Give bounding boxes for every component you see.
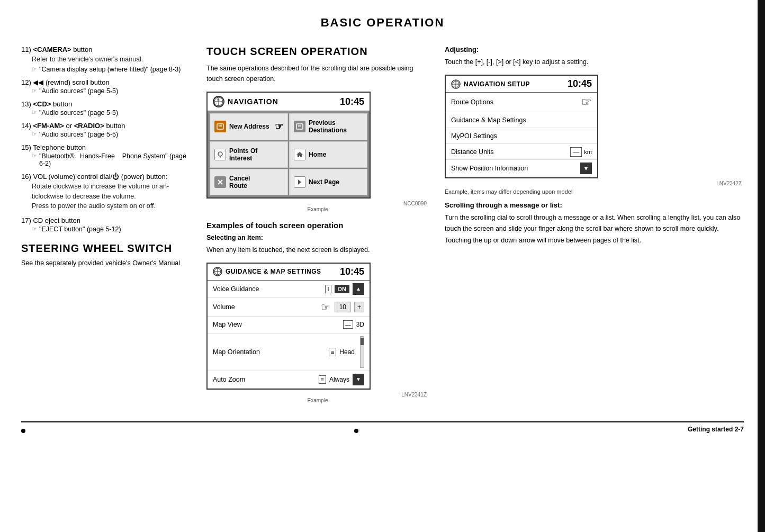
touch-screen-desc: The same operations described for the sc… (206, 63, 429, 84)
new-address-icon (214, 121, 226, 132)
item-11-ref-text: "Camera display setup (where fitted)" (p… (39, 66, 181, 73)
item-13-ref: ☞ "Audio sources" (page 5-5) (21, 109, 191, 116)
scrolling-body: Turn the scrolling dial to scroll throug… (445, 212, 744, 246)
guidance-row-autozoom: Auto Zoom ≡ Always ▼ (208, 371, 370, 389)
steering-body: See the separately provided vehicle's Ow… (21, 258, 191, 268)
nav-caption: Example (206, 206, 429, 212)
autozoom-dash-icon: ≡ (319, 375, 326, 384)
item-12-label: (rewind) scroll button (43, 78, 109, 86)
voice-on-badge: ON (335, 285, 350, 293)
navsetup-row-position: Show Position Information ▼ (446, 160, 597, 177)
guidance-time: 10:45 (340, 266, 364, 277)
scrollbar-mini (360, 336, 364, 368)
cancel-route-icon (214, 176, 226, 188)
home-icon (294, 149, 305, 160)
scroll-up-arrow[interactable]: ▲ (353, 283, 364, 295)
footer-dot-middle (354, 429, 358, 433)
scrollbar-thumb (361, 338, 364, 345)
item-12-icon: ◀◀ (33, 78, 43, 86)
navsetup-mypoi-label: MyPOI Settings (451, 132, 592, 140)
nav-header-left: N NAVIGATION (213, 96, 278, 107)
nav-btn-cancel-route[interactable]: CancelRoute (210, 169, 288, 195)
item-14-connector: or (64, 122, 74, 130)
guidance-row-voice: Voice Guidance I ON ▲ (208, 281, 370, 298)
nav-btn-home[interactable]: Home (289, 141, 367, 168)
guidance-header: GUIDANCE & MAP SETTINGS 10:45 (208, 264, 370, 281)
item-17-ref: ☞ "EJECT button" (page 5-12) (21, 226, 191, 233)
item-13: 13) <CD> button ☞ "Audio sources" (page … (21, 100, 191, 116)
page-footer: Getting started 2-7 (21, 421, 744, 433)
footer-dot-left (21, 429, 25, 433)
examples-title: Examples of touch screen operation (206, 221, 429, 230)
item-16: 16) VOL (volume) control dial/⏻ (power) … (21, 173, 191, 211)
guidance-caption: Example (206, 398, 429, 403)
navsetup-row-distance: Distance Units — km (446, 144, 597, 160)
item-11-number: 11) (21, 46, 33, 53)
guidance-volume-label: Volume (213, 303, 321, 311)
item-11-label: <CAMERA> (33, 46, 71, 53)
item-11: 11) <CAMERA> button Refer to the vehicle… (21, 46, 191, 73)
steering-section: STEERING WHEEL SWITCH See the separately… (21, 242, 191, 268)
guidance-compass-icon (213, 267, 222, 276)
navsetup-row-mypoi: MyPOI Settings (446, 128, 597, 144)
item-12-number: 12) (21, 78, 33, 86)
nav-btn-poi-label: Points OfInterest (229, 147, 257, 162)
guidance-row-mapview: Map View — 3D (208, 317, 370, 333)
right-sidebar-bar (758, 0, 765, 532)
steering-title: STEERING WHEEL SWITCH (21, 242, 191, 255)
item-11-ref: ☞ "Camera display setup (where fitted)" … (21, 66, 191, 73)
item-15: 15) Telephone button ☞ "Bluetooth® Hands… (21, 143, 191, 167)
hand-cursor-route: ☞ (581, 95, 592, 109)
middle-column: TOUCH SCREEN OPERATION The same operatio… (206, 46, 429, 405)
guidance-autozoom-label: Auto Zoom (213, 376, 319, 383)
navsetup-time: 10:45 (568, 78, 592, 89)
maporientation-value: Head (339, 347, 355, 357)
nav-grid: New Address ☞ PreviousDestinations (208, 111, 370, 197)
item-12-ref-text: "Audio sources" (page 5-5) (39, 87, 118, 95)
item-11-indent: Refer to the vehicle's owner's manual. (21, 55, 191, 65)
nav-btn-new-address[interactable]: New Address ☞ (210, 113, 288, 140)
nav-btn-next-page[interactable]: Next Page (289, 169, 367, 195)
navsetup-route-right: ☞ (581, 95, 592, 109)
ref-icon-15: ☞ (32, 152, 37, 167)
nav-btn-poi[interactable]: Points OfInterest (210, 141, 288, 168)
volume-plus-btn[interactable]: + (354, 302, 364, 312)
example-note: Example, items may differ depending upon… (445, 188, 744, 195)
item-13-suffix: button (51, 100, 72, 108)
nav-btn-prev-dest[interactable]: PreviousDestinations (289, 113, 367, 140)
item-14-ref: ☞ "Audio sources" (page 5-5) (21, 131, 191, 138)
item-14: 14) <FM-AM> or <RADIO> button ☞ "Audio s… (21, 122, 191, 138)
selecting-body: When any item is touched, the next scree… (206, 245, 429, 255)
ref-icon-17: ☞ (32, 226, 37, 233)
item-17-ref-text: "EJECT button" (page 5-12) (39, 226, 121, 233)
navsetup-header-label: NAVIGATION SETUP (464, 80, 530, 88)
item-14-label: <FM-AM> (33, 122, 64, 130)
navigation-ui-mockup: N NAVIGATION 10:45 New Addr (206, 92, 371, 199)
guidance-header-label: GUIDANCE & MAP SETTINGS (226, 268, 321, 275)
nav-header-label: NAVIGATION (228, 97, 278, 106)
navsetup-header: NAVIGATION SETUP 10:45 (446, 76, 597, 93)
navsetup-ui-mockup: NAVIGATION SETUP 10:45 Route Options ☞ G… (445, 75, 598, 178)
nav-btn-next-page-label: Next Page (309, 178, 339, 186)
touch-screen-title: TOUCH SCREEN OPERATION (206, 46, 429, 58)
svg-marker-13 (296, 152, 303, 157)
guidance-maporientation-value: ≡ Head (329, 336, 364, 368)
ref-icon-13: ☞ (32, 109, 37, 116)
guidance-row-volume: Volume ☞ 10 + (208, 298, 370, 317)
guidance-row-maporientation: Map Orientation ≡ Head (208, 333, 370, 371)
item-13-ref-text: "Audio sources" (page 5-5) (39, 109, 118, 116)
position-down-arrow[interactable]: ▼ (580, 163, 592, 174)
nav-header: N NAVIGATION 10:45 (208, 93, 370, 111)
navsetup-position-right: ▼ (580, 163, 592, 174)
guidance-header-left: GUIDANCE & MAP SETTINGS (213, 267, 321, 276)
item-14-suffix: button (104, 122, 125, 130)
navsetup-distance-label: Distance Units (451, 148, 570, 156)
km-label: km (584, 149, 592, 155)
nav-btn-cancel-route-label: CancelRoute (229, 175, 250, 190)
navsetup-row-route: Route Options ☞ (446, 93, 597, 112)
nav-btn-new-address-label: New Address (229, 123, 269, 130)
navsetup-guidance-label: Guidance & Map Settings (451, 116, 592, 124)
scroll-down-arrow[interactable]: ▼ (353, 374, 364, 385)
voice-bar-icon: I (325, 285, 331, 293)
guidance-ui-mockup: GUIDANCE & MAP SETTINGS 10:45 Voice Guid… (206, 263, 371, 390)
